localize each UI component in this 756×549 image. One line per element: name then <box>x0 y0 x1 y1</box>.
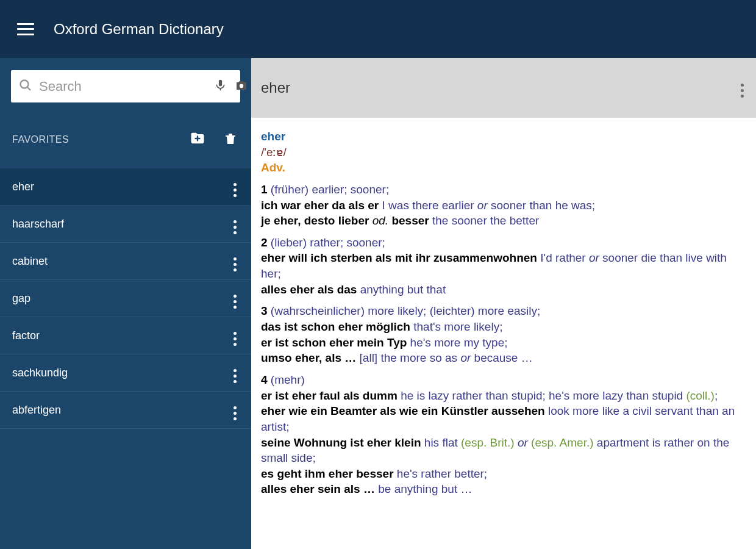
svg-point-4 <box>240 84 243 87</box>
entry-menu-button[interactable] <box>741 78 744 98</box>
search-box[interactable] <box>11 70 240 102</box>
favorite-item-label: gap <box>12 292 30 305</box>
favorite-item-label: abfertigen <box>12 404 61 417</box>
favorite-item-menu[interactable] <box>227 359 243 387</box>
topbar: Oxford German Dictionary <box>0 0 756 58</box>
favorite-item-menu[interactable] <box>227 321 243 350</box>
favorite-item[interactable]: haarscharf <box>0 206 251 243</box>
entry-body: eher/'eːɐ/Adv.1 (früher) earlier; sooner… <box>251 118 756 508</box>
favorite-item-menu[interactable] <box>227 247 243 275</box>
svg-line-1 <box>27 87 30 90</box>
entry-word: eher <box>261 79 290 96</box>
favorite-item-label: cabinet <box>12 255 48 268</box>
app-title: Oxford German Dictionary <box>54 21 224 38</box>
favorite-item-label: sachkundig <box>12 367 68 379</box>
entry-header: eher <box>251 58 756 118</box>
favorite-item[interactable]: gap <box>0 280 251 317</box>
favorite-item[interactable]: factor <box>0 317 251 354</box>
svg-point-0 <box>21 80 29 88</box>
sidebar: FAVORITES eherhaarscharfcabinetgapfactor… <box>0 58 251 549</box>
svg-rect-2 <box>219 80 222 87</box>
favorites-list: eherhaarscharfcabinetgapfactorsachkundig… <box>0 168 251 429</box>
favorite-item[interactable]: sachkundig <box>0 354 251 392</box>
favorite-item-label: factor <box>12 329 40 342</box>
favorite-item-menu[interactable] <box>227 173 243 201</box>
trash-icon[interactable] <box>223 130 238 149</box>
favorite-item-menu[interactable] <box>227 210 243 238</box>
menu-icon[interactable] <box>17 23 34 35</box>
mic-icon[interactable] <box>214 79 227 94</box>
add-folder-icon[interactable] <box>189 130 206 149</box>
favorite-item[interactable]: eher <box>0 168 251 206</box>
camera-icon[interactable] <box>234 78 249 95</box>
favorites-label: FAVORITES <box>12 134 69 145</box>
search-icon <box>18 78 33 95</box>
favorite-item[interactable]: abfertigen <box>0 392 251 429</box>
favorite-item[interactable]: cabinet <box>0 243 251 280</box>
main-panel: eher eher/'eːɐ/Adv.1 (früher) earlier; s… <box>251 58 756 549</box>
favorites-header: FAVORITES <box>0 110 251 168</box>
favorite-item-menu[interactable] <box>227 284 243 312</box>
favorite-item-label: haarscharf <box>12 218 64 231</box>
favorite-item-label: eher <box>12 181 34 193</box>
search-input[interactable] <box>39 79 207 95</box>
favorite-item-menu[interactable] <box>227 396 243 424</box>
